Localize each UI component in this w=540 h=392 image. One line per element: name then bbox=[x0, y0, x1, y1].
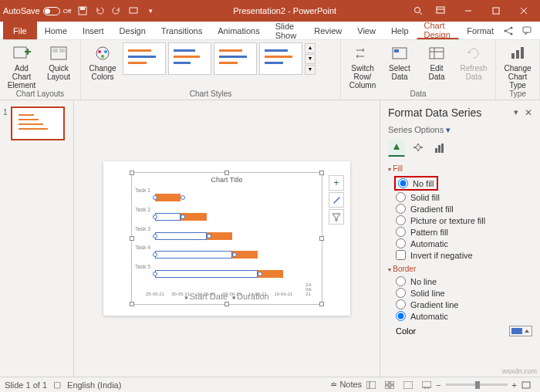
group-chart-layouts: Add Chart Element Quick Layout Chart Lay… bbox=[0, 40, 81, 100]
edit-data-button[interactable]: Edit Data bbox=[420, 42, 454, 81]
start-from-beginning-icon[interactable] bbox=[128, 5, 139, 16]
slideshow-view-icon[interactable] bbox=[418, 379, 435, 391]
zoom-slider[interactable] bbox=[446, 384, 508, 386]
chart-plot-area[interactable]: Task 1 Task 2 Task 3 Task 4 Task 5 25-05… bbox=[155, 190, 316, 286]
close-icon[interactable] bbox=[511, 0, 537, 22]
fill-section-header[interactable]: Fill bbox=[388, 164, 532, 173]
chart-float-buttons: + bbox=[329, 175, 344, 225]
pane-subtitle[interactable]: Series Options ▾ bbox=[388, 125, 532, 135]
svg-rect-8 bbox=[493, 8, 499, 14]
tab-help[interactable]: Help bbox=[383, 22, 417, 39]
toggle-switch-icon[interactable] bbox=[43, 7, 60, 15]
notes-button[interactable]: ≐ Notes bbox=[330, 380, 362, 390]
border-color-picker[interactable] bbox=[509, 326, 532, 336]
tab-file[interactable]: File bbox=[3, 22, 37, 39]
chart-style-4[interactable] bbox=[259, 42, 302, 75]
slide[interactable]: Chart Title Task 1 Task 2 Task 3 Task 4 … bbox=[103, 161, 350, 316]
chart-style-3[interactable] bbox=[214, 42, 257, 75]
tab-view[interactable]: View bbox=[349, 22, 383, 39]
fill-radio-auto[interactable] bbox=[396, 238, 406, 248]
gallery-up-icon[interactable]: ▴ bbox=[305, 43, 316, 53]
svg-rect-33 bbox=[435, 148, 437, 153]
refresh-data-button[interactable]: Refresh Data bbox=[457, 42, 491, 81]
tab-slideshow[interactable]: Slide Show bbox=[268, 22, 307, 39]
fill-radio-no-fill[interactable] bbox=[398, 178, 408, 188]
ribbon-options-icon[interactable] bbox=[427, 0, 454, 22]
minimize-icon[interactable] bbox=[455, 0, 481, 22]
pane-title: Format Data Series bbox=[388, 106, 481, 119]
accessibility-icon[interactable]: ▢ bbox=[53, 380, 61, 390]
chart-legend[interactable]: ■ Start Date ■ Duration bbox=[132, 292, 322, 301]
group-data: Switch Row/ Column Select Data Edit Data… bbox=[341, 40, 496, 100]
slide-thumbnail-1[interactable]: 1 bbox=[11, 106, 65, 140]
tab-animations[interactable]: Animations bbox=[210, 22, 267, 39]
undo-icon[interactable] bbox=[94, 5, 105, 16]
border-radio-auto[interactable] bbox=[396, 311, 406, 321]
border-radio-no-line[interactable] bbox=[396, 276, 406, 286]
chart-style-1[interactable] bbox=[123, 42, 166, 75]
chart-object[interactable]: Chart Title Task 1 Task 2 Task 3 Task 4 … bbox=[131, 172, 322, 305]
change-chart-type-button[interactable]: Change Chart Type bbox=[501, 42, 535, 90]
tab-home[interactable]: Home bbox=[37, 22, 75, 39]
format-data-series-pane: Format Data Series ▾ ✕ Series Options ▾ … bbox=[380, 100, 540, 377]
select-data-button[interactable]: Select Data bbox=[383, 42, 417, 81]
comments-icon[interactable] bbox=[520, 24, 534, 38]
invert-if-negative-checkbox[interactable] bbox=[396, 250, 406, 260]
no-fill-option-highlighted[interactable]: No fill bbox=[394, 176, 438, 191]
zoom-in-icon[interactable]: + bbox=[512, 380, 517, 390]
qat-more-icon[interactable]: ▾ bbox=[145, 5, 156, 16]
fill-radio-picture[interactable] bbox=[396, 215, 406, 225]
tab-review[interactable]: Review bbox=[306, 22, 349, 39]
border-section-header[interactable]: Border bbox=[388, 265, 532, 273]
border-radio-gradient[interactable] bbox=[396, 299, 406, 309]
pane-options-icon[interactable]: ▾ bbox=[514, 107, 518, 118]
fill-radio-solid[interactable] bbox=[396, 192, 406, 202]
tab-insert[interactable]: Insert bbox=[75, 22, 112, 39]
search-icon[interactable] bbox=[413, 6, 423, 15]
svg-rect-39 bbox=[385, 381, 389, 384]
maximize-icon[interactable] bbox=[483, 0, 509, 22]
save-icon[interactable] bbox=[77, 5, 88, 16]
tab-design[interactable]: Design bbox=[112, 22, 154, 39]
fill-radio-gradient[interactable] bbox=[396, 204, 406, 214]
chart-elements-button[interactable]: + bbox=[329, 175, 344, 191]
border-radio-solid[interactable] bbox=[396, 288, 406, 298]
fit-to-window-icon[interactable] bbox=[518, 379, 535, 391]
share-icon[interactable] bbox=[501, 24, 515, 38]
tab-transitions[interactable]: Transitions bbox=[154, 22, 210, 39]
fill-radio-pattern[interactable] bbox=[396, 227, 406, 237]
autosave-toggle[interactable]: AutoSave Off bbox=[3, 6, 71, 15]
svg-rect-1 bbox=[80, 7, 85, 10]
gallery-more-icon[interactable]: ▾ bbox=[305, 65, 316, 75]
series-options-icon[interactable] bbox=[431, 140, 448, 157]
change-colors-button[interactable]: Change Colors bbox=[86, 42, 120, 81]
chart-filters-button[interactable] bbox=[329, 209, 344, 225]
svg-rect-15 bbox=[14, 47, 26, 58]
window-controls bbox=[427, 0, 537, 22]
svg-point-11 bbox=[505, 29, 507, 32]
tab-format[interactable]: Format bbox=[459, 22, 501, 39]
reading-view-icon[interactable] bbox=[400, 379, 417, 391]
effects-icon[interactable] bbox=[410, 140, 427, 157]
chart-styles-button[interactable] bbox=[329, 192, 344, 208]
slide-indicator[interactable]: Slide 1 of 1 bbox=[5, 380, 47, 390]
normal-view-icon[interactable] bbox=[363, 379, 380, 391]
quick-layout-button[interactable]: Quick Layout bbox=[42, 42, 76, 81]
zoom-out-icon[interactable]: − bbox=[436, 380, 440, 390]
chart-styles-gallery[interactable]: ▴ ▾ ▾ bbox=[123, 42, 316, 75]
slide-thumbnails: 1 bbox=[0, 100, 74, 377]
pane-category-icons bbox=[388, 140, 532, 157]
switch-row-column-button[interactable]: Switch Row/ Column bbox=[346, 42, 380, 90]
gallery-down-icon[interactable]: ▾ bbox=[305, 54, 316, 64]
slide-sorter-icon[interactable] bbox=[381, 379, 398, 391]
add-chart-element-button[interactable]: Add Chart Element bbox=[5, 42, 39, 90]
redo-icon[interactable] bbox=[111, 5, 122, 16]
svg-rect-32 bbox=[521, 47, 524, 59]
language-indicator[interactable]: English (India) bbox=[67, 380, 121, 390]
pane-close-icon[interactable]: ✕ bbox=[525, 107, 532, 118]
fill-line-icon[interactable] bbox=[388, 140, 405, 157]
chart-title[interactable]: Chart Title bbox=[132, 176, 322, 184]
chart-style-2[interactable] bbox=[168, 42, 211, 75]
tab-chart-design[interactable]: Chart Design bbox=[417, 22, 460, 39]
slide-canvas[interactable]: Chart Title Task 1 Task 2 Task 3 Task 4 … bbox=[74, 100, 380, 377]
